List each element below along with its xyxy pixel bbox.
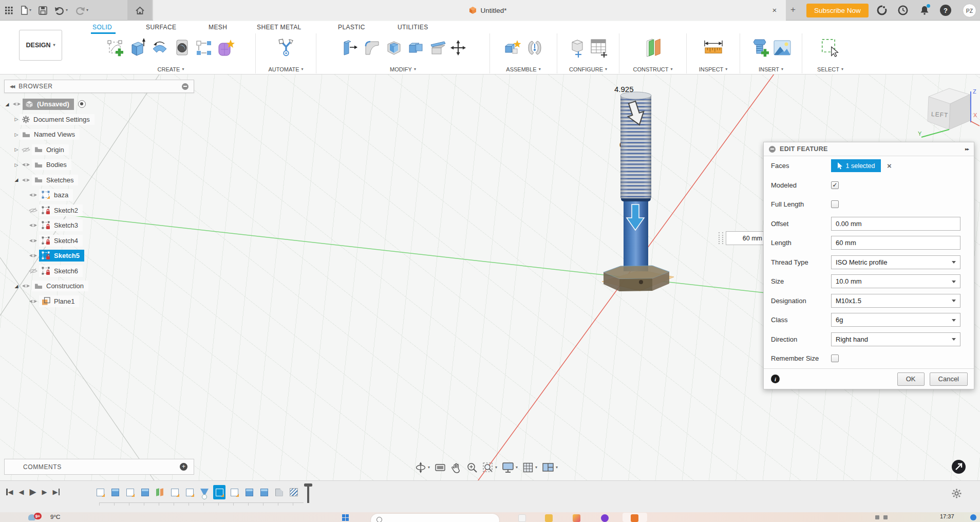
info-icon[interactable]: i <box>771 375 780 383</box>
timeline-settings-gear-icon[interactable] <box>952 489 962 498</box>
visibility-eye-icon[interactable] <box>27 238 39 244</box>
grid-snap-tool[interactable]: ▾ <box>522 462 537 473</box>
clock-label[interactable]: 17:37 <box>940 513 954 519</box>
timeline-go-to-start-button[interactable]: ◀ <box>6 489 13 495</box>
construct-menu-label[interactable]: CONSTRUCT▾ <box>633 66 672 72</box>
browser-item-bodies[interactable]: ▷ Bodies <box>4 157 194 173</box>
select-tool-icon[interactable] <box>821 36 840 59</box>
comments-panel[interactable]: COMMENTS + <box>4 459 194 475</box>
browser-item-plane1[interactable]: Plane1 <box>4 294 194 309</box>
visibility-eye-icon[interactable] <box>27 299 39 304</box>
tab-mesh[interactable]: MESH <box>209 24 227 31</box>
save-icon[interactable] <box>39 6 47 15</box>
app-icon-purple[interactable] <box>601 514 609 522</box>
notification-center-icon[interactable] <box>970 514 976 520</box>
browser-item-document-settings[interactable]: ▷ Document Settings <box>4 112 194 127</box>
select-menu-label[interactable]: SELECT▾ <box>817 66 843 72</box>
timeline-sketch-selected-icon[interactable] <box>213 485 225 499</box>
chevron-down-icon[interactable]: ▾ <box>556 465 558 470</box>
visibility-eye-icon[interactable] <box>20 177 32 183</box>
taskbar-search[interactable] <box>371 514 499 522</box>
browser-item-unsaved[interactable]: ◢ (Unsaved) <box>4 97 194 112</box>
visibility-eye-icon[interactable] <box>20 162 32 167</box>
browser-item-sketch6[interactable]: Sketch6 <box>4 264 194 279</box>
browser-item-sketch5[interactable]: Sketch5 <box>4 248 194 264</box>
visibility-eye-icon[interactable] <box>20 283 32 289</box>
visibility-eye-off-icon[interactable] <box>20 146 32 153</box>
activate-component-radio[interactable] <box>78 100 86 108</box>
collapse-dialog-icon[interactable] <box>769 146 776 153</box>
file-explorer-icon[interactable] <box>545 514 553 522</box>
pan-tool[interactable] <box>450 462 462 473</box>
thread-type-select[interactable]: ISO Metric profile <box>831 255 960 269</box>
browser-item-baza[interactable]: baza <box>4 188 194 203</box>
browser-item-named-views[interactable]: ▷ Named Views <box>4 127 194 142</box>
modify-menu-label[interactable]: MODIFY▾ <box>390 66 416 72</box>
tab-utilities[interactable]: UTILITIES <box>398 24 428 31</box>
browser-item-sketch2[interactable]: Sketch2 <box>4 203 194 218</box>
direction-select[interactable]: Right hand <box>831 332 960 346</box>
expanded-icon[interactable]: ◢ <box>13 177 20 182</box>
orbit-tool[interactable]: ▾ <box>415 462 430 473</box>
designation-select[interactable]: M10x1.5 <box>831 294 960 308</box>
split-body-icon[interactable] <box>428 36 448 59</box>
expanded-icon[interactable]: ◢ <box>13 284 20 289</box>
construct-plane-icon[interactable] <box>643 36 663 59</box>
timeline-extrude-icon[interactable] <box>109 485 121 499</box>
cancel-button[interactable]: Cancel <box>930 372 968 386</box>
collapsed-icon[interactable]: ▷ <box>13 132 20 137</box>
timeline-step-back-button[interactable]: ◀ <box>19 489 24 495</box>
create-menu-label[interactable]: CREATE▾ <box>158 66 184 72</box>
visibility-eye-icon[interactable] <box>10 101 23 107</box>
tab-surface[interactable]: SURFACE <box>146 24 176 31</box>
browser-item-origin[interactable]: ▷ Origin <box>4 142 194 158</box>
offset-input[interactable]: 0.00 mm <box>831 217 960 231</box>
timeline-sketch-icon[interactable] <box>168 485 181 499</box>
collapsed-icon[interactable]: ▷ <box>13 117 20 122</box>
dock-dialog-icon[interactable]: ▸▸ <box>965 146 969 152</box>
start-button[interactable] <box>342 514 349 521</box>
timeline-step-forward-button[interactable]: ▶ <box>42 489 47 495</box>
extrude-icon[interactable] <box>128 36 147 59</box>
assemble-menu-label[interactable]: ASSEMBLE▾ <box>506 66 540 72</box>
insert-image-icon[interactable] <box>772 36 792 59</box>
undo-icon[interactable]: ▾ <box>54 6 68 15</box>
tab-plastic[interactable]: PLASTIC <box>338 24 365 31</box>
chevron-down-icon[interactable]: ▾ <box>516 465 518 470</box>
visibility-eye-icon[interactable] <box>27 192 39 198</box>
measure-icon[interactable] <box>704 36 723 59</box>
zoom-tool[interactable] <box>466 462 478 473</box>
remember-size-checkbox[interactable] <box>831 355 839 362</box>
chevron-down-icon[interactable]: ▾ <box>428 465 430 470</box>
move-copy-icon[interactable] <box>450 36 466 59</box>
timeline-revolve-icon[interactable] <box>198 485 211 499</box>
help-icon[interactable]: ? <box>939 4 952 16</box>
timeline-extrude-icon[interactable] <box>139 485 151 499</box>
tab-solid[interactable]: SOLID <box>92 24 112 31</box>
browser-item-sketches[interactable]: ◢ Sketches <box>4 173 194 188</box>
configuration-table-icon[interactable] <box>590 36 609 59</box>
viewports-tool[interactable]: ▾ <box>542 462 558 473</box>
timeline-extrude-icon[interactable] <box>258 485 270 499</box>
taskbar-app-icon[interactable] <box>518 514 526 522</box>
new-component-icon[interactable] <box>503 36 522 59</box>
timeline-sketch-icon[interactable] <box>228 485 240 499</box>
insert-mcmaster-bolt-icon[interactable] <box>750 36 770 59</box>
timeline-play-button[interactable]: ▶ <box>30 488 36 496</box>
browser-item-sketch3[interactable]: Sketch3 <box>4 218 194 233</box>
chevron-down-icon[interactable]: ▾ <box>66 8 68 12</box>
avatar[interactable]: PZ <box>963 4 976 17</box>
joint-icon[interactable] <box>525 36 544 59</box>
timeline-sketch-icon[interactable] <box>183 485 196 499</box>
timeline-position-marker[interactable] <box>307 486 309 503</box>
shell-icon[interactable] <box>384 36 404 59</box>
create-sketch-icon[interactable] <box>106 36 125 59</box>
timeline-sketch-icon[interactable] <box>94 485 106 499</box>
create-form-icon[interactable] <box>216 36 236 59</box>
fillet-icon[interactable] <box>362 36 382 59</box>
timeline-chamfer-icon[interactable] <box>273 485 285 499</box>
extensions-icon[interactable] <box>876 4 888 16</box>
tray-icon[interactable] <box>875 515 879 519</box>
bolt-model[interactable] <box>580 74 704 329</box>
visibility-eye-icon[interactable] <box>27 222 39 228</box>
